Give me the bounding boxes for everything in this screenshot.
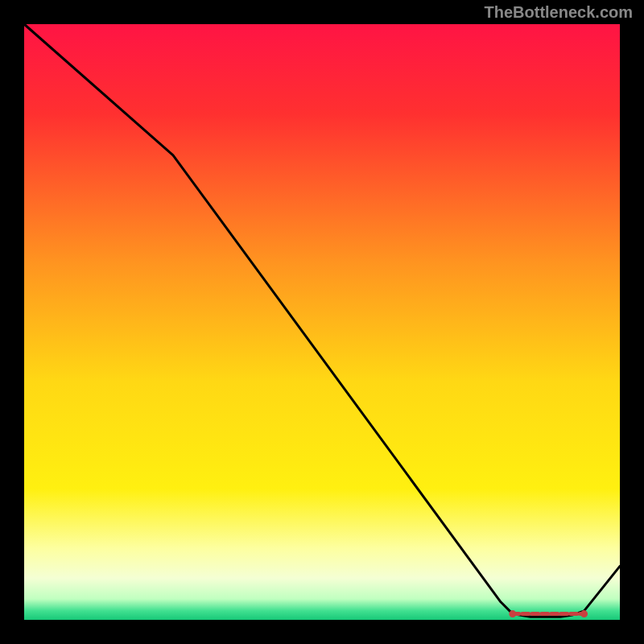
svg-point-2 xyxy=(509,610,516,617)
bottleneck-curve xyxy=(24,24,620,617)
chart-area xyxy=(24,24,620,620)
svg-point-3 xyxy=(580,610,588,617)
watermark-text: TheBottleneck.com xyxy=(485,3,633,22)
chart-svg xyxy=(24,24,620,620)
